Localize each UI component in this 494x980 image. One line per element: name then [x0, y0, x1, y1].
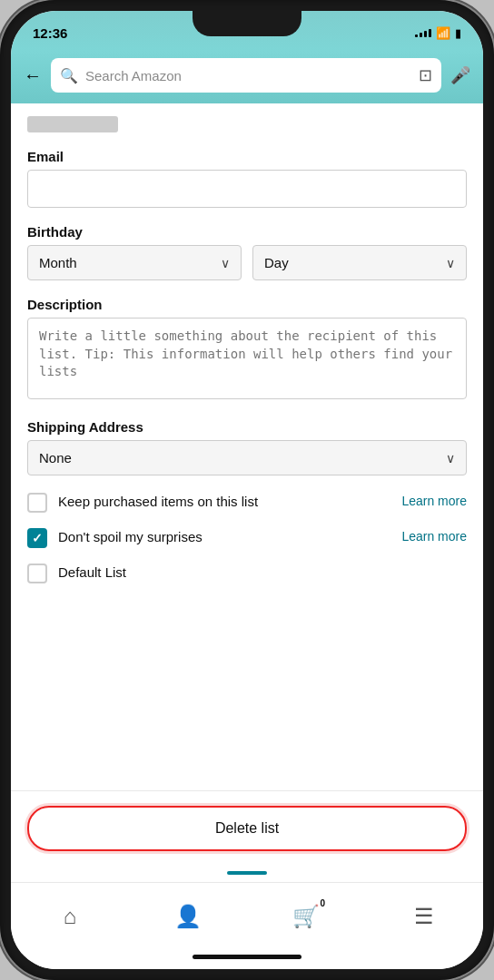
description-label: Description	[27, 297, 467, 312]
microphone-icon[interactable]: 🎤	[450, 65, 470, 85]
home-indicator	[11, 944, 483, 969]
nav-menu[interactable]: ☰	[365, 904, 483, 929]
account-icon: 👤	[174, 904, 202, 929]
nav-home[interactable]: ⌂	[11, 904, 129, 929]
day-dropdown-value: Day	[264, 255, 289, 270]
cart-badge: 🛒 0	[292, 904, 320, 929]
day-dropdown[interactable]: Day ∨	[252, 245, 467, 280]
camera-icon[interactable]: ⊡	[419, 65, 432, 85]
back-button[interactable]: ←	[24, 65, 42, 86]
content-area: Email Birthday Month ∨ Day ∨ Description	[11, 103, 483, 882]
home-bar	[193, 955, 301, 959]
cart-icon: 🛒	[292, 904, 320, 928]
nav-account[interactable]: 👤	[129, 904, 247, 929]
keep-purchased-checkbox[interactable]	[27, 493, 47, 513]
status-icons: 📶 ▮	[415, 26, 461, 40]
default-list-row: Default List	[27, 563, 467, 583]
dont-spoil-row: Don't spoil my surprises Learn more	[27, 527, 467, 548]
blurred-name	[27, 116, 118, 132]
search-icon: 🔍	[60, 67, 78, 84]
battery-icon: ▮	[455, 26, 461, 40]
description-textarea[interactable]	[27, 318, 467, 399]
month-dropdown[interactable]: Month ∨	[27, 245, 242, 280]
shipping-dropdown-value: None	[39, 450, 72, 466]
email-input[interactable]	[27, 170, 467, 208]
month-dropdown-arrow: ∨	[221, 256, 230, 270]
wifi-icon: 📶	[436, 26, 450, 40]
form-section: Email Birthday Month ∨ Day ∨ Description	[11, 103, 483, 790]
scroll-indicator	[227, 871, 267, 875]
nav-cart[interactable]: 🛒 0	[247, 904, 365, 929]
status-time: 12:36	[33, 25, 67, 41]
home-icon: ⌂	[64, 904, 77, 929]
shipping-label: Shipping Address	[27, 419, 467, 435]
bottom-nav: ⌂ 👤 🛒 0 ☰	[11, 882, 483, 944]
birthday-label: Birthday	[27, 224, 467, 240]
email-label: Email	[27, 149, 467, 164]
search-input-container[interactable]: 🔍 Search Amazon ⊡	[51, 58, 441, 93]
dont-spoil-checkbox[interactable]	[27, 528, 47, 548]
default-list-label: Default List	[58, 563, 467, 582]
keep-purchased-learn-more[interactable]: Learn more	[401, 492, 467, 508]
keep-purchased-row: Keep purchased items on this list Learn …	[27, 492, 467, 513]
delete-button-container: Delete list	[11, 790, 483, 866]
default-list-checkbox[interactable]	[27, 564, 47, 583]
shipping-dropdown-arrow: ∨	[446, 451, 455, 466]
keep-purchased-label: Keep purchased items on this list	[58, 492, 390, 511]
cart-count: 0	[320, 898, 325, 908]
dont-spoil-learn-more[interactable]: Learn more	[401, 527, 467, 544]
dont-spoil-label: Don't spoil my surprises	[58, 527, 390, 546]
birthday-row: Month ∨ Day ∨	[27, 245, 467, 280]
search-input[interactable]: Search Amazon	[85, 68, 411, 83]
shipping-dropdown[interactable]: None ∨	[27, 440, 467, 475]
month-dropdown-value: Month	[39, 255, 77, 270]
day-dropdown-arrow: ∨	[446, 256, 455, 270]
signal-bars-icon	[415, 29, 431, 37]
menu-icon: ☰	[414, 904, 434, 929]
delete-list-button[interactable]: Delete list	[27, 806, 467, 851]
search-bar: ← 🔍 Search Amazon ⊡ 🎤	[11, 51, 483, 103]
